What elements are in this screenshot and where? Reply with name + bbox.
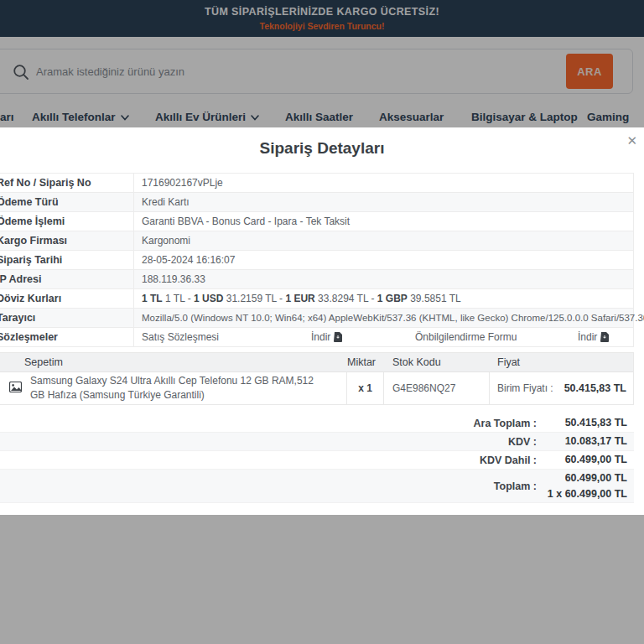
order-details-modal: ✕ Sipariş Detayları Ref No / Sipariş No … (0, 127, 644, 515)
currency-rates: 1 TL 1 TL - 1 USD 31.2159 TL - 1 EUR 33.… (134, 293, 633, 304)
ip-address: 188.119.36.33 (134, 273, 633, 285)
detail-row-odeme-turu: Ödeme Türü Kredi Kartı (0, 193, 633, 212)
detail-row-kargo: Kargo Firması Kargonomi (0, 231, 633, 251)
detail-row-odeme-islemi: Ödeme İşlemi Garanti BBVA - Bonus Card -… (0, 212, 633, 231)
detail-row-tarih: Sipariş Tarihi 28-05-2024 16:16:07 (0, 251, 633, 270)
detail-row-refno: Ref No / Sipariş No 1716902167vPLje (0, 174, 633, 193)
product-name: Samsung Galaxy S24 Ultra Akıllı Cep Tele… (30, 374, 325, 403)
unit-price-value: 50.415,83 TL (564, 382, 626, 394)
totals-section: Ara Toplam : 50.415,83 TL KDV : 10.083,1… (0, 414, 634, 503)
cargo-company: Kargonomi (134, 235, 633, 247)
order-ref-no: 1716902167vPLje (134, 177, 633, 189)
preinfo-form-label: Önbilgilendirme Formu (415, 331, 578, 343)
close-icon[interactable]: ✕ (626, 134, 637, 147)
detail-row-doviz: Döviz Kurları 1 TL 1 TL - 1 USD 31.2159 … (0, 289, 633, 309)
modal-title: Sipariş Detayları (0, 127, 644, 173)
header-miktar: Miktar (347, 356, 384, 368)
sales-contract-download-link[interactable]: İndir (311, 331, 415, 343)
unit-price-label: Birim Fiyatı : (497, 382, 564, 394)
subtotal-row: Ara Toplam : 50.415,83 TL (0, 414, 634, 433)
cart-table-header: Sepetim Miktar Stok Kodu Fiyat (0, 353, 633, 372)
detail-row-ip: IP Adresi 188.119.36.33 (0, 270, 633, 289)
detail-row-tarayici: Tarayıcı Mozilla/5.0 (Windows NT 10.0; W… (0, 309, 633, 328)
product-image-icon (9, 382, 22, 395)
grand-total-row: Toplam : 60.499,00 TL 1 x 60.499,00 TL (0, 470, 634, 503)
kdv-dahil-row: KDV Dahil : 60.499,00 TL (0, 451, 634, 470)
sales-contract-label: Satış Sözleşmesi (142, 331, 311, 343)
kdv-row: KDV : 10.083,17 TL (0, 433, 634, 451)
product-stock-code: G4E986NQ27 (384, 372, 490, 404)
subtotal-value: 50.415,83 TL (537, 415, 634, 431)
payment-type: Kredi Kartı (134, 196, 633, 208)
grand-total-value: 60.499,00 TL (537, 470, 627, 486)
payment-process: Garanti BBVA - Bonus Card - Ipara - Tek … (134, 216, 633, 227)
header-stok-kodu: Stok Kodu (384, 356, 490, 368)
page: TÜM SİPARİŞLERİNİZDE KARGO ÜCRETSİZ! Tek… (0, 0, 644, 644)
order-details-table: Ref No / Sipariş No 1716902167vPLje Ödem… (0, 173, 634, 347)
cart-item-row: Samsung Galaxy S24 Ultra Akıllı Cep Tele… (0, 372, 633, 404)
preinfo-form-download-link[interactable]: İndir (578, 331, 609, 343)
kdv-dahil-value: 60.499,00 TL (537, 452, 634, 468)
download-file-icon (600, 332, 609, 342)
cart-table: Sepetim Miktar Stok Kodu Fiyat Samsung G… (0, 352, 634, 405)
kdv-value: 10.083,17 TL (537, 434, 634, 449)
header-fiyat: Fiyat (490, 356, 633, 368)
header-sepetim: Sepetim (0, 356, 347, 368)
grand-total-breakdown: 1 x 60.499,00 TL (537, 486, 627, 502)
user-agent: Mozilla/5.0 (Windows NT 10.0; Win64; x64… (134, 313, 644, 323)
order-date: 28-05-2024 16:16:07 (134, 254, 633, 266)
detail-row-sozlesmeler: Sözleşmeler Satış Sözleşmesi İndir Önbil… (0, 328, 633, 347)
product-quantity: x 1 (347, 372, 384, 404)
download-file-icon (334, 332, 342, 342)
